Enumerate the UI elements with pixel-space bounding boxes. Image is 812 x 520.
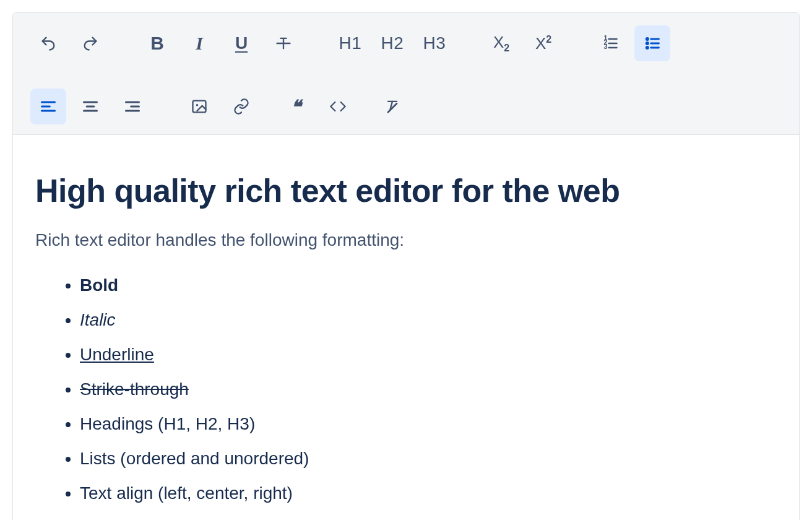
clear-format-button[interactable] [374, 89, 410, 124]
subscript-button[interactable]: X2 [483, 25, 519, 61]
superscript-button[interactable]: X2 [525, 25, 561, 61]
align-right-icon [124, 98, 141, 115]
align-group [30, 89, 150, 124]
strikethrough-icon [275, 35, 292, 52]
code-button[interactable] [320, 89, 356, 124]
h2-button[interactable]: H2 [374, 25, 410, 61]
italic-button[interactable]: I [181, 25, 217, 61]
link-button[interactable] [223, 89, 259, 124]
quote-button[interactable]: ❝ [278, 89, 314, 124]
script-group: X2 X2 [483, 25, 561, 61]
align-left-icon [40, 98, 57, 115]
heading-group: H1 H2 H3 [332, 25, 452, 61]
link-icon [233, 98, 250, 115]
svg-point-11 [646, 42, 649, 45]
superscript-label: X2 [535, 34, 551, 53]
clear-group [374, 89, 410, 124]
svg-text:3: 3 [604, 43, 608, 50]
quote-icon: ❝ [291, 96, 301, 118]
rich-text-editor: B I U H1 H2 H3 X2 X2 1 [12, 12, 800, 520]
align-left-button[interactable] [30, 89, 66, 124]
unordered-list-button[interactable] [634, 25, 670, 61]
svg-line-28 [388, 103, 397, 112]
list-item: Bold [80, 272, 777, 298]
undo-icon [40, 35, 57, 52]
content-heading: High quality rich text editor for the we… [35, 172, 777, 209]
list-item: Lists (ordered and unordered) [80, 446, 777, 472]
undo-button[interactable] [30, 25, 66, 61]
image-icon [191, 98, 208, 115]
redo-button[interactable] [72, 25, 108, 61]
subscript-label: X2 [493, 33, 509, 54]
content-intro: Rich text editor handles the following f… [35, 230, 777, 250]
align-right-button[interactable] [114, 89, 150, 124]
redo-icon [82, 35, 99, 52]
list-item: Strike-through [80, 376, 777, 402]
code-icon [329, 98, 347, 115]
list-item: Headings (H1, H2, H3) [80, 411, 777, 437]
underline-button[interactable]: U [223, 25, 259, 61]
unordered-list-icon [644, 35, 661, 52]
list-item: Underline [80, 342, 777, 368]
ordered-list-icon: 1 2 3 [602, 35, 619, 52]
list-item: Italic [80, 307, 777, 333]
strike-button[interactable] [266, 25, 301, 61]
history-group [30, 25, 108, 61]
clear-format-icon [384, 98, 401, 115]
align-center-icon [82, 98, 99, 115]
svg-point-9 [646, 38, 649, 40]
svg-point-25 [196, 104, 199, 106]
content-list: Bold Italic Underline Strike-through Hea… [35, 272, 777, 506]
text-style-group: B I U [139, 25, 301, 61]
ordered-list-button[interactable]: 1 2 3 [592, 25, 628, 61]
bold-button[interactable]: B [139, 25, 175, 61]
list-group: 1 2 3 [592, 25, 670, 61]
editor-toolbar: B I U H1 H2 H3 X2 X2 1 [13, 13, 799, 135]
image-button[interactable] [181, 89, 217, 124]
align-center-button[interactable] [72, 89, 108, 124]
h3-button[interactable]: H3 [417, 25, 452, 61]
block-group: ❝ [278, 89, 356, 124]
h1-button[interactable]: H1 [332, 25, 368, 61]
insert-group [181, 89, 259, 124]
editor-content[interactable]: High quality rich text editor for the we… [13, 135, 799, 520]
svg-point-13 [646, 46, 649, 49]
list-item: Text align (left, center, right) [80, 480, 777, 506]
